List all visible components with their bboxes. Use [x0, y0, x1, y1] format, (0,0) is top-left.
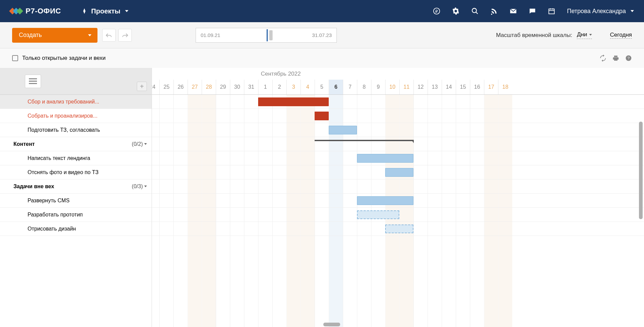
toolbar: Создать 01.09.21 31.07.23 Масштаб времен… [0, 22, 644, 48]
day-cell[interactable]: 27 [188, 80, 202, 94]
day-cell[interactable]: 14 [442, 80, 456, 94]
header-actions: ₽ Петрова Александра [433, 7, 634, 15]
day-cell[interactable]: 9 [371, 80, 385, 94]
day-cell[interactable]: 29 [216, 80, 230, 94]
logo-mark-icon [10, 9, 22, 13]
task-row[interactable]: Разработать прототип [0, 208, 152, 222]
print-icon[interactable] [612, 55, 619, 62]
task-row[interactable]: Отрисовать дизайн [0, 222, 152, 236]
create-button[interactable]: Создать [12, 28, 97, 43]
compass-icon [81, 8, 88, 14]
day-cell[interactable]: 12 [413, 80, 428, 94]
task-name: Отснять фото и видео по ТЗ [28, 169, 98, 175]
day-cell[interactable]: 2 [272, 80, 286, 94]
day-cell[interactable]: 3 [286, 80, 300, 94]
task-name: Разработать прототип [28, 212, 83, 218]
task-name: Подготовить ТЗ, согласовать [28, 127, 100, 133]
task-row[interactable]: Собрать и проанализиров... [0, 109, 152, 123]
day-cell[interactable]: 17 [484, 80, 498, 94]
only-open-checkbox[interactable]: Только открытые задачи и вехи [12, 55, 106, 62]
search-icon[interactable] [471, 7, 479, 15]
gantt-bar[interactable] [258, 97, 329, 106]
day-cell[interactable]: 26 [173, 80, 188, 94]
day-cell[interactable]: 24 [152, 80, 159, 94]
feed-icon[interactable] [490, 7, 498, 15]
day-cell[interactable]: 6 [329, 80, 343, 94]
day-cell[interactable]: 28 [202, 80, 216, 94]
user-menu[interactable]: Петрова Александра [567, 8, 634, 15]
filter-bar: Только открытые задачи и вехи ? [0, 48, 644, 68]
gantt-bar[interactable] [357, 154, 413, 163]
scale-value: Дни [577, 31, 587, 38]
mail-icon[interactable] [510, 7, 517, 15]
horizontal-scrollbar[interactable] [323, 323, 340, 326]
gantt-bar[interactable] [315, 112, 329, 120]
nav-projects[interactable]: Проекты [81, 7, 128, 15]
milestone-bar[interactable] [315, 140, 413, 141]
day-cell[interactable]: 7 [343, 80, 357, 94]
calendar-icon[interactable] [548, 7, 555, 15]
svg-text:?: ? [628, 56, 630, 60]
day-cell[interactable]: 15 [456, 80, 470, 94]
task-panel-menu-button[interactable] [25, 75, 41, 88]
help-icon[interactable]: ? [625, 55, 632, 62]
gear-icon[interactable] [452, 7, 459, 15]
timeline-header: Сентябрь 2022 24252627282930311234567891… [152, 68, 644, 95]
month-label: Сентябрь 2022 [261, 71, 301, 77]
task-count[interactable]: (0/3) [132, 183, 147, 190]
logo[interactable]: Р7-ОФИС [10, 7, 61, 15]
grid-row [152, 137, 644, 151]
gantt-bar[interactable] [329, 126, 357, 134]
timeline: Сентябрь 2022 24252627282930311234567891… [152, 68, 644, 327]
svg-rect-5 [549, 9, 555, 14]
task-row[interactable]: Сбор и анализ требований... [0, 95, 152, 109]
task-name: Сбор и анализ требований... [28, 99, 99, 105]
day-cell[interactable]: 31 [244, 80, 258, 94]
task-row[interactable]: Написать текст лендинга [0, 151, 152, 165]
gantt-bar[interactable] [385, 168, 413, 177]
scale-select[interactable]: Дни [577, 31, 592, 39]
task-row[interactable]: Подготовить ТЗ, согласовать [0, 123, 152, 137]
undo-button[interactable] [102, 29, 116, 42]
day-cell[interactable]: 25 [159, 80, 173, 94]
gantt-container: + Сбор и анализ требований...Собрать и п… [0, 68, 644, 327]
day-cell[interactable]: 10 [385, 80, 399, 94]
task-row[interactable]: Задачи вне вех(0/3) [0, 179, 152, 194]
day-cell[interactable]: 5 [315, 80, 329, 94]
slider-marker-icon [267, 29, 268, 41]
gantt-bar[interactable] [357, 196, 413, 205]
task-name: Отрисовать дизайн [28, 226, 76, 232]
today-link[interactable]: Сегодня [610, 32, 632, 39]
day-cell[interactable]: 18 [498, 80, 512, 94]
app-header: Р7-ОФИС Проекты ₽ Петрова Александра [0, 0, 644, 22]
chat-icon[interactable] [529, 7, 536, 15]
day-cell[interactable]: 16 [470, 80, 484, 94]
create-button-label: Создать [19, 32, 42, 39]
refresh-icon[interactable] [600, 55, 606, 62]
timeline-body[interactable] [152, 95, 644, 327]
task-count[interactable]: (0/2) [132, 141, 147, 147]
gantt-bar[interactable] [357, 210, 399, 219]
task-name: Задачи вне вех [13, 183, 54, 190]
task-row[interactable]: Развернуть CMS [0, 194, 152, 208]
grid-row [152, 123, 644, 137]
day-cell[interactable]: 11 [399, 80, 413, 94]
vertical-scrollbar[interactable] [639, 122, 643, 219]
currency-icon[interactable]: ₽ [433, 7, 440, 15]
add-task-button[interactable]: + [137, 82, 147, 91]
task-row[interactable]: Контент(0/2) [0, 137, 152, 151]
day-cell[interactable]: 30 [230, 80, 244, 94]
scale-label: Масштаб временной шкалы: [496, 32, 572, 39]
day-cell[interactable]: 1 [258, 80, 272, 94]
gantt-bar[interactable] [385, 224, 413, 233]
redo-button[interactable] [118, 29, 132, 42]
day-cell[interactable]: 8 [357, 80, 371, 94]
day-cell[interactable]: 4 [300, 80, 315, 94]
slider-handle[interactable] [269, 30, 273, 40]
svg-text:₽: ₽ [435, 9, 438, 14]
task-row[interactable]: Отснять фото и видео по ТЗ [0, 165, 152, 179]
day-cell[interactable]: 13 [428, 80, 442, 94]
timeline-range-slider[interactable]: 01.09.21 31.07.23 [196, 28, 337, 43]
chevron-down-icon [589, 34, 592, 36]
task-list: Сбор и анализ требований...Собрать и про… [0, 95, 152, 236]
